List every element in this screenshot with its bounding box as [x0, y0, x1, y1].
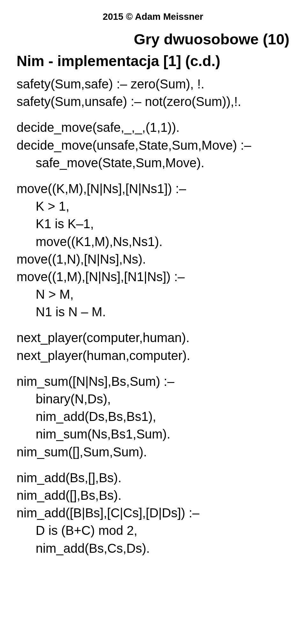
code-line: K > 1, — [17, 198, 289, 215]
code-line: move((1,N),[N|Ns],Ns). — [17, 251, 289, 268]
page-title: Gry dwuosobowe (10) — [17, 30, 289, 48]
code-line: nim_add(Bs,Cs,Ds). — [17, 540, 289, 557]
code-line: decide_move(unsafe,State,Sum,Move) :– — [17, 137, 289, 154]
code-block: nim_sum([N|Ns],Bs,Sum) :–binary(N,Ds),ni… — [17, 373, 289, 461]
code-line: N > M, — [17, 286, 289, 303]
code-block: safety(Sum,safe) :– zero(Sum), !.safety(… — [17, 75, 289, 110]
code-line: move((1,M),[N|Ns],[N1|Ns]) :– — [17, 268, 289, 286]
code-line: nim_add([],Bs,Bs). — [17, 487, 289, 504]
copyright: 2015 © Adam Meissner — [17, 11, 289, 22]
code-block: next_player(computer,human).next_player(… — [17, 329, 289, 364]
code-line: nim_add([B|Bs],[C|Cs],[D|Ds]) :– — [17, 504, 289, 522]
code-line: nim_add(Bs,[],Bs). — [17, 469, 289, 487]
code-content: safety(Sum,safe) :– zero(Sum), !.safety(… — [17, 75, 289, 557]
code-block: nim_add(Bs,[],Bs).nim_add([],Bs,Bs).nim_… — [17, 469, 289, 557]
code-line: D is (B+C) mod 2, — [17, 522, 289, 539]
code-line: N1 is N – M. — [17, 303, 289, 321]
code-line: next_player(human,computer). — [17, 347, 289, 364]
subtitle: Nim - implementacja [1] (c.d.) — [17, 52, 289, 70]
code-line: binary(N,Ds), — [17, 390, 289, 408]
code-line: nim_sum(Ns,Bs1,Sum). — [17, 425, 289, 443]
code-line: safe_move(State,Sum,Move). — [17, 154, 289, 172]
code-line: move((K,M),[N|Ns],[N|Ns1]) :– — [17, 180, 289, 198]
code-line: decide_move(safe,_,_,(1,1)). — [17, 119, 289, 136]
code-line: safety(Sum,safe) :– zero(Sum), !. — [17, 75, 289, 93]
page: 2015 © Adam Meissner Gry dwuosobowe (10)… — [0, 0, 306, 644]
code-block: decide_move(safe,_,_,(1,1)).decide_move(… — [17, 119, 289, 172]
code-line: safety(Sum,unsafe) :– not(zero(Sum)),!. — [17, 93, 289, 110]
code-block: move((K,M),[N|Ns],[N|Ns1]) :–K > 1,K1 is… — [17, 180, 289, 321]
code-line: nim_sum([],Sum,Sum). — [17, 443, 289, 461]
code-line: nim_sum([N|Ns],Bs,Sum) :– — [17, 373, 289, 390]
code-line: K1 is K–1, — [17, 215, 289, 233]
code-line: next_player(computer,human). — [17, 329, 289, 347]
code-line: move((K1,M),Ns,Ns1). — [17, 233, 289, 251]
code-line: nim_add(Ds,Bs,Bs1), — [17, 408, 289, 425]
